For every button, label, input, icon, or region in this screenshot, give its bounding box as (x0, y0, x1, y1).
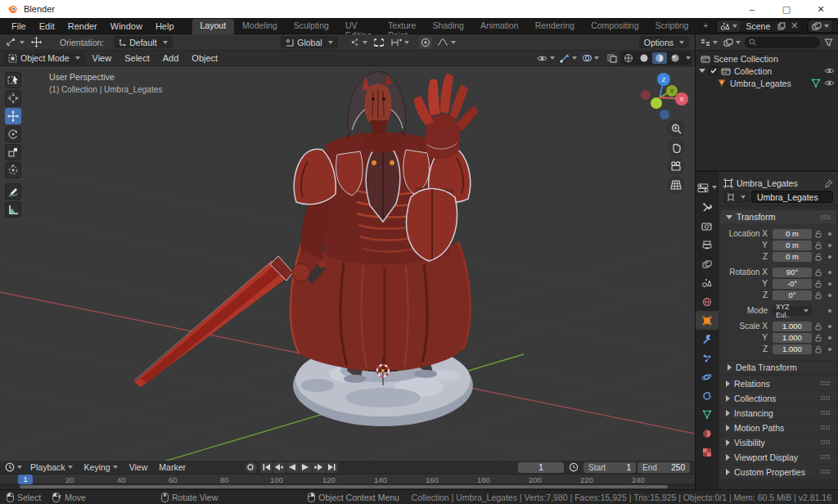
timeline-ruler[interactable]: 20 40 60 80 100 120 140 160 180 200 220 … (0, 475, 695, 484)
unlink-scene-icon[interactable]: ✕ (788, 20, 800, 31)
tab-world-properties[interactable] (696, 292, 718, 311)
panel-instancing[interactable]: Instancing (720, 406, 836, 420)
lock-icon[interactable] (815, 241, 822, 250)
snap-magnet-icon[interactable] (372, 36, 385, 49)
workspace-tab-modeling[interactable]: Modeling (234, 19, 286, 34)
hide-object-eye-icon[interactable] (824, 79, 835, 87)
panel-grip[interactable] (821, 215, 822, 217)
move-gizmo-icon[interactable] (29, 36, 43, 49)
proportional-editing-icon[interactable] (419, 36, 432, 49)
tab-render-properties[interactable] (696, 217, 718, 236)
preview-range-clock-icon[interactable] (567, 461, 580, 474)
panel-visibility[interactable]: Visibility (720, 435, 836, 449)
jump-to-start-button[interactable] (260, 462, 273, 473)
tab-tool-properties[interactable] (696, 198, 718, 217)
object-name-input[interactable]: Umbra_Legates (751, 191, 833, 203)
outliner-row-collection[interactable]: Collection (696, 65, 838, 77)
tool-transform[interactable] (5, 162, 21, 178)
animate-dot[interactable] (828, 271, 831, 274)
view-layer-name[interactable]: View Layer (833, 16, 838, 36)
gizmo-x-neg-axis[interactable] (641, 90, 651, 100)
menu-render[interactable]: Render (61, 18, 104, 34)
scene-icon[interactable] (718, 20, 740, 32)
new-scene-icon[interactable] (775, 22, 788, 30)
viewport-menu-add[interactable]: Add (157, 53, 185, 63)
auto-keying-record-icon[interactable] (245, 462, 257, 473)
transform-panel-header[interactable]: Transform (720, 210, 836, 223)
panel-custom-properties[interactable]: Custom Properties (720, 465, 836, 479)
orientation-dropdown[interactable]: Default (114, 36, 173, 48)
animate-dot[interactable] (828, 294, 831, 297)
pivot-point-dropdown[interactable]: Global (281, 36, 337, 48)
rotation-x-field[interactable]: 90° (773, 268, 812, 277)
workspace-tab-sculpting[interactable]: Sculpting (286, 19, 337, 34)
panel-collections[interactable]: Collections (720, 391, 836, 405)
lock-icon[interactable] (815, 253, 822, 261)
workspace-tab-rendering[interactable]: Rendering (527, 19, 583, 34)
snap-mode-icon[interactable] (348, 36, 369, 49)
menu-file[interactable]: File (5, 18, 33, 34)
scale-x-field[interactable]: 1.000 (773, 322, 812, 331)
shading-dropdown-caret[interactable] (686, 56, 691, 60)
shading-material-preview-icon[interactable] (652, 52, 667, 64)
workspace-tab-shading[interactable]: Shading (424, 19, 472, 34)
tool-rotate[interactable] (5, 126, 21, 142)
tool-cursor[interactable] (5, 90, 21, 106)
timeline-menu-playback[interactable]: Playback (25, 462, 78, 472)
active-tool-icon[interactable] (4, 36, 26, 49)
options-dropdown[interactable]: Options (639, 36, 689, 48)
shading-wireframe-icon[interactable] (621, 52, 636, 64)
timeline-scrollbar-thumb[interactable] (20, 485, 668, 488)
animate-dot[interactable] (828, 336, 831, 340)
tab-texture-properties[interactable] (696, 443, 718, 461)
animate-dot[interactable] (828, 255, 831, 259)
location-y-field[interactable]: 0 m (773, 241, 812, 250)
expand-icon[interactable] (699, 69, 705, 73)
pan-view-button[interactable] (667, 138, 685, 156)
view-layer-icon[interactable] (809, 20, 831, 32)
viewport-3d[interactable]: User Perspective (1) Collection | Umbra_… (0, 66, 695, 461)
frame-end-field[interactable]: End250 (638, 462, 690, 473)
timeline-playhead[interactable]: 1 (18, 475, 33, 484)
timeline-editor-type-icon[interactable] (3, 461, 24, 474)
mode-selector[interactable]: Object Mode (3, 52, 85, 65)
proportional-falloff-icon[interactable] (435, 36, 457, 49)
panel-motion-paths[interactable]: Motion Paths (720, 421, 836, 434)
tool-move[interactable] (5, 108, 21, 124)
filter-icon[interactable] (822, 36, 835, 49)
menu-window[interactable]: Window (104, 18, 149, 34)
hide-in-viewport-eye-icon[interactable] (824, 67, 835, 74)
panel-relations[interactable]: Relations (720, 376, 836, 390)
workspace-tab-scripting[interactable]: Scripting (647, 19, 697, 34)
maximize-button[interactable]: ▢ (769, 0, 804, 18)
breadcrumb-object-name[interactable]: Umbra_Legates (737, 178, 798, 188)
gizmo-z-neg-axis[interactable] (660, 110, 669, 119)
shading-rendered-icon[interactable] (668, 52, 683, 64)
play-reverse-button[interactable] (286, 462, 299, 473)
tab-material-properties[interactable] (696, 424, 718, 443)
tab-view-layer-properties[interactable] (696, 254, 718, 273)
tab-object-data-properties[interactable] (696, 405, 718, 424)
tab-output-properties[interactable] (696, 236, 718, 254)
previous-keyframe-button[interactable] (273, 462, 286, 473)
gizmo-y-neg-axis[interactable] (651, 97, 662, 109)
object-id-icon[interactable] (723, 191, 749, 203)
camera-view-button[interactable] (667, 157, 685, 175)
tab-physics-properties[interactable] (696, 367, 718, 386)
outliner-search-input[interactable] (745, 37, 820, 48)
model-umbra-legates[interactable] (134, 71, 478, 426)
animate-dot[interactable] (828, 348, 831, 351)
lock-icon[interactable] (815, 268, 822, 277)
animate-dot[interactable] (828, 244, 831, 247)
animate-dot[interactable] (828, 282, 831, 286)
add-workspace-button[interactable]: + (696, 19, 714, 34)
timeline-menu-keying[interactable]: Keying (79, 462, 123, 472)
overlays-dropdown-icon[interactable] (580, 52, 601, 65)
location-x-field[interactable]: 0 m (773, 229, 812, 239)
scene-name[interactable]: Scene (741, 21, 776, 31)
zoom-view-button[interactable] (667, 119, 685, 137)
xray-toggle-icon[interactable] (606, 52, 619, 65)
outliner-editor-type-icon[interactable] (699, 36, 719, 49)
workspace-tab-animation[interactable]: Animation (472, 19, 527, 34)
workspace-tab-uv-editing[interactable]: UV Editing (337, 19, 380, 34)
